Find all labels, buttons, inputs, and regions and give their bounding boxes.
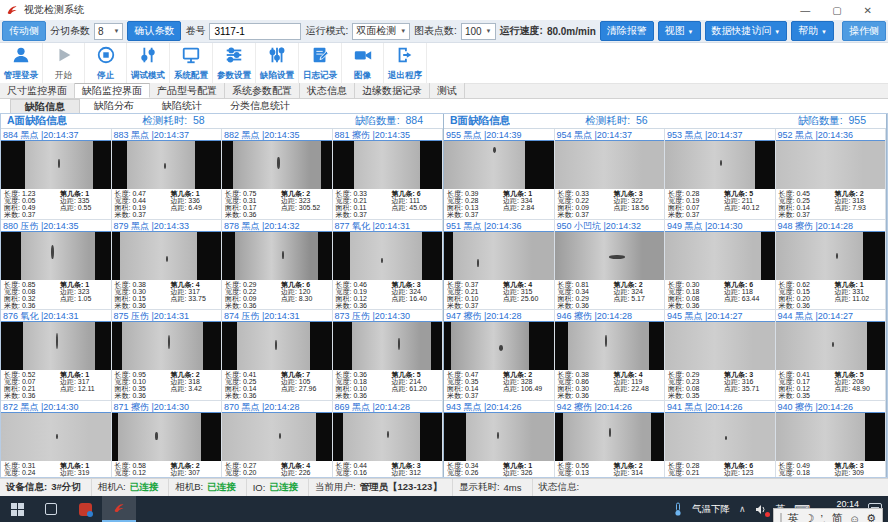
defect-thumbnail[interactable] [222, 141, 332, 189]
confirm-count-button[interactable]: 确认条数 [127, 21, 181, 41]
toolbar-button-exit[interactable]: 退出程序 [384, 43, 427, 83]
defect-cell[interactable]: 879 黑点 |20:14:33长度: 0.38宽度: 0.30面积: 0.15… [112, 220, 223, 311]
defect-thumbnail[interactable] [444, 141, 554, 189]
toolbar-button-monitor[interactable]: 系统配置 [170, 43, 213, 83]
defect-cell[interactable]: 955 黑点 |20:14:39长度: 0.39宽度: 0.28面积: 0.13… [444, 129, 555, 220]
defect-cell[interactable]: 873 压伤 |20:14:30长度: 0.36宽度: 0.18面积: 0.10… [333, 310, 444, 401]
sub-tab[interactable]: 缺陷信息 [10, 99, 80, 113]
toolbar-button-defect-sliders[interactable]: 缺陷设置 [256, 43, 299, 83]
defect-cell[interactable]: 944 黑点 |20:14:27长度: 0.41宽度: 0.17面积: 0.12… [776, 310, 887, 401]
defect-cell[interactable]: 880 压伤 |20:14:35长度: 0.85宽度: 0.08面积: 0.32… [1, 220, 112, 311]
defect-thumbnail[interactable] [776, 413, 886, 461]
ime-emoji-icon[interactable]: ☺ [849, 513, 860, 522]
ime-toolbar[interactable]: 英☽’,简☺⚙ [773, 508, 883, 522]
operator-side-button[interactable]: 操作侧 [842, 21, 886, 41]
defect-thumbnail[interactable] [333, 232, 443, 280]
defect-thumbnail[interactable] [112, 322, 222, 370]
defect-cell[interactable]: 946 擦伤 |20:14:28长度: 0.38宽度: 0.86面积: 0.30… [555, 310, 666, 401]
defect-cell[interactable]: 878 黑点 |20:14:32长度: 0.29宽度: 0.22面积: 0.09… [222, 220, 333, 311]
defect-thumbnail[interactable] [1, 141, 111, 189]
main-tab[interactable]: 产品型号配置 [150, 83, 225, 98]
weather-tray-text[interactable]: 气温下降 [692, 503, 730, 516]
defect-cell[interactable]: 942 擦伤 |20:14:26长度: 0.56宽度: 0.13面积: 0.19… [555, 401, 666, 478]
help-menu-button[interactable]: 帮助 ▼ [791, 21, 834, 41]
defect-cell[interactable]: 951 黑点 |20:14:36长度: 0.37宽度: 0.21面积: 0.10… [444, 220, 555, 311]
defect-thumbnail[interactable] [665, 322, 775, 370]
defect-thumbnail[interactable] [333, 413, 443, 461]
ime-moon-icon[interactable]: ☽ [805, 512, 815, 522]
start-button[interactable] [0, 496, 34, 522]
defect-cell[interactable]: 872 黑点 |20:14:30长度: 0.31宽度: 0.24面积: 0.08… [1, 401, 112, 478]
ime-grip[interactable] [780, 513, 782, 522]
defect-cell[interactable]: 871 擦伤 |20:14:30长度: 0.58宽度: 0.12面积: 0.22… [112, 401, 223, 478]
defect-thumbnail[interactable] [555, 322, 665, 370]
defect-cell[interactable]: 875 压伤 |20:14:31长度: 0.95宽度: 0.10面积: 0.35… [112, 310, 223, 401]
defect-cell[interactable]: 954 黑点 |20:14:37长度: 0.33宽度: 0.22面积: 0.09… [555, 129, 666, 220]
main-tab[interactable]: 测试 [430, 83, 465, 98]
defect-cell[interactable]: 948 擦伤 |20:14:28长度: 0.62宽度: 0.15面积: 0.20… [776, 220, 887, 311]
defect-cell[interactable]: 953 黑点 |20:14:37长度: 0.28宽度: 0.19面积: 0.07… [665, 129, 776, 220]
defect-cell[interactable]: 883 黑点 |20:14:37长度: 0.47宽度: 0.44面积: 0.19… [112, 129, 223, 220]
main-tab[interactable]: 边缘数据记录 [355, 83, 430, 98]
defect-cell[interactable]: 941 黑点 |20:14:26长度: 0.28宽度: 0.21面积: 0.07… [665, 401, 776, 478]
sub-tab[interactable]: 分类信息统计 [216, 99, 304, 113]
toolbar-button-play[interactable]: 开始 [43, 43, 85, 83]
defect-cell[interactable]: 869 黑点 |20:14:28长度: 0.44宽度: 0.16面积: 0.13… [333, 401, 444, 478]
toolbar-button-stop[interactable]: 停止 [85, 43, 127, 83]
close-button[interactable]: ✕ [864, 5, 872, 16]
ime-punctuation[interactable]: ’, [820, 513, 826, 522]
defect-cell[interactable]: 940 擦伤 |20:14:26长度: 0.49宽度: 0.18面积: 0.15… [776, 401, 887, 478]
ime-settings-icon[interactable]: ⚙ [866, 512, 876, 522]
toolbar-button-log[interactable]: 日志记录 [299, 43, 342, 83]
defect-thumbnail[interactable] [112, 141, 222, 189]
defect-cell[interactable]: 949 黑点 |20:14:30长度: 0.30宽度: 0.18面积: 0.08… [665, 220, 776, 311]
defect-thumbnail[interactable] [1, 322, 111, 370]
defect-thumbnail[interactable] [665, 413, 775, 461]
defect-cell[interactable]: 884 黑点 |20:14:37长度: 1.23宽度: 0.05面积: 0.49… [1, 129, 112, 220]
defect-thumbnail[interactable] [1, 413, 111, 461]
sub-tab[interactable]: 缺陷分布 [80, 99, 148, 113]
sub-tab[interactable]: 缺陷统计 [148, 99, 216, 113]
defect-thumbnail[interactable] [555, 413, 665, 461]
defect-cell[interactable]: 945 黑点 |20:14:27长度: 0.29宽度: 0.23面积: 0.08… [665, 310, 776, 401]
vision-app-button[interactable] [102, 496, 136, 522]
defect-cell[interactable]: 952 黑点 |20:14:36长度: 0.45宽度: 0.25面积: 0.14… [776, 129, 887, 220]
defect-cell[interactable]: 947 擦伤 |20:14:28长度: 0.47宽度: 0.35面积: 0.14… [444, 310, 555, 401]
volume-icon[interactable] [755, 504, 767, 515]
defect-thumbnail[interactable] [555, 141, 665, 189]
defect-cell[interactable]: 882 黑点 |20:14:35长度: 0.75宽度: 0.31面积: 0.17… [222, 129, 333, 220]
defect-thumbnail[interactable] [776, 322, 886, 370]
defect-cell[interactable]: 876 氧化 |20:14:31长度: 0.52宽度: 0.07面积: 0.21… [1, 310, 112, 401]
defect-cell[interactable]: 943 黑点 |20:14:26长度: 0.34宽度: 0.26面积: 0.10… [444, 401, 555, 478]
task-view-button[interactable] [34, 496, 68, 522]
defect-thumbnail[interactable] [112, 232, 222, 280]
defect-thumbnail[interactable] [665, 141, 775, 189]
toolbar-button-params-sliders[interactable]: 参数设置 [213, 43, 256, 83]
run-mode-select[interactable]: 双面检测▼ [352, 23, 410, 40]
slit-count-select[interactable]: 8▼ [94, 23, 123, 40]
defect-cell[interactable]: 874 压伤 |20:14:31长度: 0.41宽度: 0.25面积: 0.14… [222, 310, 333, 401]
defect-thumbnail[interactable] [776, 141, 886, 189]
defect-thumbnail[interactable] [776, 232, 886, 280]
drive-side-button[interactable]: 传动侧 [2, 21, 46, 41]
defect-thumbnail[interactable] [444, 413, 554, 461]
pinned-app-button[interactable] [68, 496, 102, 522]
defect-thumbnail[interactable] [333, 141, 443, 189]
clear-alarm-button[interactable]: 清除报警 [600, 21, 654, 41]
defect-thumbnail[interactable] [222, 322, 332, 370]
minimize-button[interactable]: — [800, 5, 810, 16]
maximize-button[interactable]: ▢ [832, 5, 841, 16]
defect-thumbnail[interactable] [555, 232, 665, 280]
view-menu-button[interactable]: 视图 ▼ [658, 21, 701, 41]
data-shortcut-menu-button[interactable]: 数据快捷访问 ▼ [705, 21, 788, 41]
tray-expand-chevron-icon[interactable]: ∧ [739, 504, 746, 514]
ime-english-mode[interactable]: 英 [788, 511, 799, 522]
defect-cell[interactable]: 870 黑点 |20:14:28长度: 0.27宽度: 0.20面积: 0.07… [222, 401, 333, 478]
toolbar-button-camera[interactable]: 图像 [342, 43, 384, 83]
toolbar-button-debug-sliders[interactable]: 调试模式 [127, 43, 170, 83]
defect-thumbnail[interactable] [222, 232, 332, 280]
defect-thumbnail[interactable] [112, 413, 222, 461]
defect-thumbnail[interactable] [222, 413, 332, 461]
main-tab[interactable]: 缺陷监控界面 [75, 83, 150, 98]
chart-points-select[interactable]: 100▼ [461, 23, 496, 40]
